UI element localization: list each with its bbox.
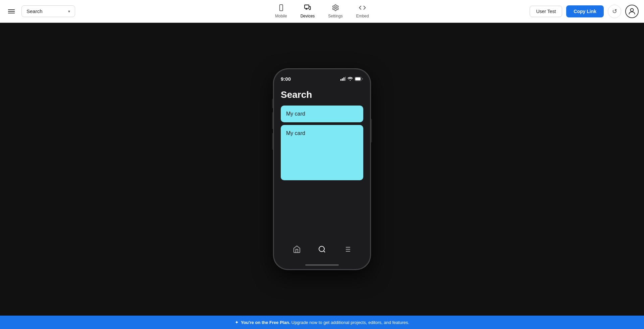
phone-notch bbox=[302, 69, 342, 79]
settings-icon bbox=[332, 4, 339, 12]
search-dropdown-label: Search bbox=[26, 8, 43, 14]
status-time: 9:00 bbox=[281, 76, 291, 82]
user-test-button[interactable]: User Test bbox=[530, 6, 562, 17]
hamburger-icon bbox=[8, 11, 15, 12]
home-indicator bbox=[274, 261, 370, 269]
refresh-button[interactable]: ↺ bbox=[608, 5, 621, 18]
card-2-label: My card bbox=[286, 130, 305, 136]
svg-point-5 bbox=[334, 7, 336, 9]
home-indicator-bar bbox=[305, 264, 339, 266]
phone-side-button-vol-down bbox=[272, 133, 273, 150]
nav-item-mobile[interactable]: Mobile bbox=[275, 4, 287, 18]
nav-label-settings: Settings bbox=[328, 14, 342, 18]
svg-point-14 bbox=[319, 246, 324, 252]
bottom-banner: ✦ You're on the Free Plan. Upgrade now t… bbox=[0, 316, 644, 329]
svg-rect-10 bbox=[345, 77, 346, 81]
svg-rect-2 bbox=[305, 5, 309, 8]
svg-rect-9 bbox=[343, 77, 344, 81]
topbar-left: Search ▾ bbox=[5, 5, 75, 17]
nav-label-mobile: Mobile bbox=[275, 14, 287, 18]
embed-icon bbox=[359, 4, 366, 12]
refresh-icon: ↺ bbox=[612, 8, 617, 15]
screen-title: Search bbox=[281, 89, 363, 100]
phone-frame: 9:00 bbox=[273, 69, 371, 270]
banner-sparkle-icon: ✦ bbox=[235, 320, 239, 325]
banner-text: You're on the Free Plan. Upgrade now to … bbox=[241, 320, 409, 325]
phone-screen: 9:00 bbox=[274, 69, 370, 269]
bottom-nav-library[interactable] bbox=[343, 245, 351, 253]
phone-side-button-mute bbox=[272, 99, 273, 108]
bottom-nav-home[interactable] bbox=[293, 245, 301, 253]
svg-point-6 bbox=[631, 8, 634, 11]
topbar: Search ▾ Mobile bbox=[0, 0, 644, 23]
devices-icon bbox=[304, 4, 311, 12]
card-2: My card bbox=[281, 125, 363, 180]
svg-line-15 bbox=[324, 251, 325, 252]
screen-content: Search My card My card bbox=[274, 84, 370, 238]
card-1: My card bbox=[281, 106, 363, 122]
status-icons bbox=[340, 77, 363, 81]
banner-bold-text: You're on the Free Plan. bbox=[241, 320, 290, 325]
nav-item-settings[interactable]: Settings bbox=[328, 4, 342, 18]
nav-item-devices[interactable]: Devices bbox=[301, 4, 315, 18]
avatar[interactable] bbox=[625, 5, 639, 18]
phone-mockup: 9:00 bbox=[273, 69, 371, 270]
phone-side-button-vol-up bbox=[272, 112, 273, 129]
search-dropdown[interactable]: Search ▾ bbox=[21, 5, 75, 17]
svg-point-11 bbox=[350, 80, 351, 81]
card-1-label: My card bbox=[286, 111, 305, 117]
nav-label-embed: Embed bbox=[356, 14, 369, 18]
copy-link-button[interactable]: Copy Link bbox=[566, 5, 604, 17]
bottom-nav-search[interactable] bbox=[318, 245, 326, 253]
svg-rect-8 bbox=[342, 78, 343, 81]
canvas: 9:00 bbox=[0, 23, 644, 316]
topbar-right: User Test Copy Link ↺ bbox=[530, 5, 639, 18]
svg-rect-7 bbox=[340, 79, 341, 81]
phone-side-button-power bbox=[371, 119, 372, 142]
nav-item-embed[interactable]: Embed bbox=[356, 4, 369, 18]
chevron-down-icon: ▾ bbox=[68, 9, 70, 14]
svg-rect-13 bbox=[355, 77, 361, 80]
nav-label-devices: Devices bbox=[301, 14, 315, 18]
hamburger-button[interactable] bbox=[5, 5, 17, 17]
bottom-nav bbox=[274, 238, 370, 261]
banner-rest-text: Upgrade now to get additional projects, … bbox=[290, 320, 409, 325]
topbar-center: Mobile Devices Settings bbox=[275, 4, 369, 18]
mobile-icon bbox=[277, 4, 285, 12]
